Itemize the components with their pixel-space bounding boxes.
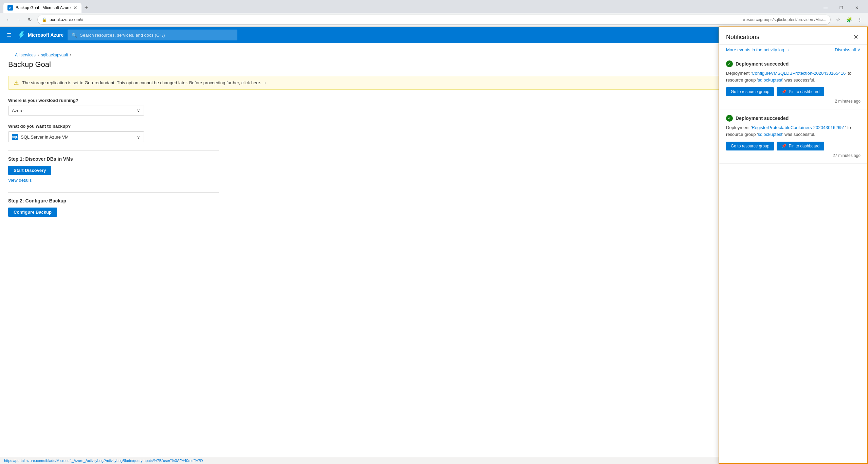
back-button[interactable]: ←	[3, 15, 13, 24]
notif1-timestamp: 2 minutes ago	[726, 99, 861, 104]
warning-icon: ⚠	[14, 79, 19, 86]
configure-backup-button[interactable]: Configure Backup	[8, 208, 57, 217]
star-button[interactable]: ☆	[833, 15, 843, 24]
hamburger-menu[interactable]: ☰	[5, 31, 13, 40]
tab-close-button[interactable]: ✕	[73, 5, 77, 10]
tab-favicon: A	[7, 5, 13, 11]
notif1-actions: Go to resource group 📌 Pin to dashboard	[726, 87, 861, 96]
pin-icon-2: 📌	[781, 144, 786, 148]
backup-chevron-icon: ∨	[137, 135, 140, 140]
status-bar-url: https://portal.azure.com/#blade/Microsof…	[4, 459, 203, 463]
notif2-actions: Go to resource group 📌 Pin to dashboard	[726, 142, 861, 150]
breadcrumb-sep-2: ›	[70, 53, 71, 57]
notif2-body: Deployment 'RegisterProtectableContainer…	[726, 124, 861, 138]
lock-icon: 🔒	[42, 17, 47, 22]
notif2-go-to-rg-button[interactable]: Go to resource group	[726, 142, 774, 150]
workload-value: Azure	[12, 108, 23, 113]
reload-button[interactable]: ↻	[25, 15, 35, 24]
settings-button[interactable]: ⋮	[855, 15, 865, 24]
notif1-suffix: ' was successful.	[782, 77, 815, 83]
notif1-pin-label: Pin to dashboard	[789, 89, 819, 94]
notif1-deployment-link[interactable]: ConfigureVMSQLDBProtection-2020430165416	[752, 71, 846, 76]
activity-log-link[interactable]: More events in the activity log →	[726, 47, 790, 52]
browser-tab[interactable]: A Backup Goal - Microsoft Azure ✕	[3, 3, 82, 13]
search-icon: 🔍	[72, 33, 77, 38]
notif2-rg-link[interactable]: sqlbckuptest	[758, 132, 782, 137]
notification-item-1: ✓ Deployment succeeded Deployment 'Confi…	[719, 55, 867, 109]
notif1-go-to-rg-button[interactable]: Go to resource group	[726, 87, 774, 96]
notif1-rg-link[interactable]: sqlbckuptest	[758, 77, 782, 83]
notif1-title: Deployment succeeded	[736, 61, 789, 67]
notif2-header: ✓ Deployment succeeded	[726, 115, 861, 122]
address-bar[interactable]: 🔒 portal.azure.com/# /resourcegroups/sql…	[37, 15, 831, 25]
close-button[interactable]: ✕	[849, 3, 865, 13]
pin-icon: 📌	[781, 89, 786, 94]
dismiss-all-button[interactable]: Dismiss all ∨	[835, 47, 861, 52]
notif1-pin-dashboard-button[interactable]: 📌 Pin to dashboard	[777, 87, 824, 96]
azure-logo: Microsoft Azure	[17, 31, 64, 39]
workload-dropdown[interactable]: Azure ∨	[8, 106, 144, 115]
workload-chevron-icon: ∨	[137, 108, 140, 113]
notif2-pin-label: Pin to dashboard	[789, 144, 819, 148]
notif1-body: Deployment 'ConfigureVMSQLDBProtection-2…	[726, 70, 861, 83]
start-discovery-button[interactable]: Start Discovery	[8, 166, 51, 175]
maximize-button[interactable]: ❐	[833, 3, 849, 13]
minimize-button[interactable]: —	[818, 3, 833, 13]
notif2-deployment-link[interactable]: RegisterProtectableContainers-2020430162…	[752, 125, 845, 130]
search-placeholder: Search resources, services, and docs (G+…	[80, 33, 165, 38]
breadcrumb-vault[interactable]: sqlbackupvault	[41, 53, 68, 57]
notif2-title: Deployment succeeded	[736, 115, 789, 121]
notif1-prefix: Deployment '	[726, 71, 752, 76]
divider-2	[8, 192, 219, 193]
notification-item-2: ✓ Deployment succeeded Deployment 'Regis…	[719, 109, 867, 164]
notif1-success-icon: ✓	[726, 60, 733, 67]
notifications-meta: More events in the activity log → Dismis…	[719, 44, 867, 55]
address-left: portal.azure.com/#	[50, 17, 740, 22]
app-name: Microsoft Azure	[28, 32, 64, 38]
notif2-timestamp: 27 minutes ago	[726, 153, 861, 158]
breadcrumb-sep-1: ›	[38, 53, 39, 57]
notif1-header: ✓ Deployment succeeded	[726, 60, 861, 67]
backup-dropdown[interactable]: SQL SQL Server in Azure VM ∨	[8, 131, 144, 142]
notif2-suffix: ' was successful.	[782, 132, 815, 137]
notif2-success-icon: ✓	[726, 115, 733, 122]
backup-value: SQL Server in Azure VM	[21, 135, 69, 140]
notif2-prefix: Deployment '	[726, 125, 752, 130]
sql-icon: SQL	[12, 134, 18, 140]
divider-1	[8, 150, 219, 151]
breadcrumb-all-services[interactable]: All services	[15, 53, 36, 57]
notifications-panel: Notifications ✕ More events in the activ…	[719, 43, 868, 464]
new-tab-button[interactable]: +	[82, 3, 91, 13]
forward-button[interactable]: →	[14, 15, 24, 24]
extensions-button[interactable]: 🧩	[844, 15, 854, 24]
tab-title: Backup Goal - Microsoft Azure	[16, 5, 71, 10]
backup-value-container: SQL SQL Server in Azure VM	[12, 134, 69, 140]
address-right: /resourcegroups/sqlbckuptest/providers/M…	[743, 17, 826, 22]
azure-logo-icon	[17, 31, 25, 39]
global-search[interactable]: 🔍 Search resources, services, and docs (…	[68, 30, 237, 40]
warning-text: The storage replication is set to Geo-re…	[22, 80, 267, 85]
notif2-pin-dashboard-button[interactable]: 📌 Pin to dashboard	[777, 142, 824, 150]
